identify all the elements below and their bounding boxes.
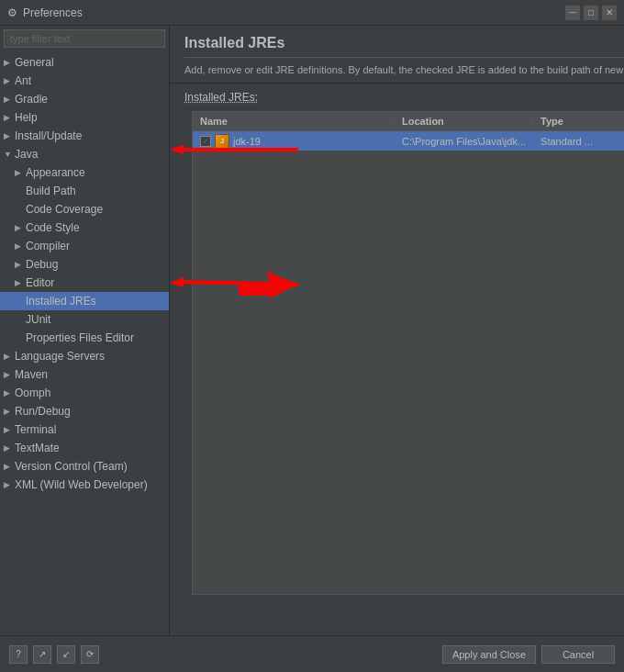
- sidebar-label-xml: XML (Wild Web Developer): [15, 478, 148, 491]
- sidebar-item-installupdaet[interactable]: ▶Install/Update: [0, 127, 169, 145]
- sidebar: ▶General▶Ant▶Gradle▶Help▶Install/Update▼…: [0, 26, 170, 635]
- panel-header: Installed JREs Add, remove or edit JRE d…: [170, 26, 624, 84]
- sidebar-item-codestyle[interactable]: ▶Code Style: [0, 218, 169, 237]
- import-icon-button[interactable]: ↙: [57, 645, 75, 664]
- jre-table-header: Name Location Type: [193, 112, 624, 131]
- sidebar-item-java[interactable]: ▼Java: [0, 145, 169, 163]
- sidebar-item-xml[interactable]: ▶XML (Wild Web Developer): [0, 476, 169, 494]
- sidebar-item-general[interactable]: ▶General: [0, 53, 169, 72]
- expand-arrow-help: ▶: [4, 113, 15, 122]
- sidebar-item-ant[interactable]: ▶Ant: [0, 72, 169, 90]
- expand-arrow-compiler: ▶: [15, 241, 26, 251]
- sidebar-item-languageservers[interactable]: ▶Language Servers: [0, 347, 169, 365]
- panel-title: Installed JREs: [184, 35, 624, 58]
- sidebar-item-oomph[interactable]: ▶Oomph: [0, 384, 169, 402]
- expand-arrow-appearance: ▶: [15, 168, 26, 177]
- jre-name-text: jdk-19: [233, 136, 261, 147]
- link-icon-button[interactable]: ⟳: [81, 645, 99, 664]
- export-icon-button[interactable]: ↗: [33, 645, 51, 664]
- expand-arrow-oomph: ▶: [4, 388, 15, 398]
- sidebar-label-maven: Maven: [15, 368, 48, 381]
- sidebar-label-oomph: Oomph: [15, 386, 50, 399]
- window-controls: ─ □ ✕: [565, 6, 617, 20]
- sidebar-label-java: Java: [15, 148, 38, 161]
- expand-arrow-editor: ▶: [15, 278, 26, 287]
- jre-type-cell: Standard ...: [533, 134, 624, 149]
- sidebar-label-rundebug: Run/Debug: [15, 405, 71, 418]
- export-icon: ↗: [39, 649, 46, 659]
- bottom-right-controls: Apply and Close Cancel: [442, 645, 615, 664]
- sidebar-label-general: General: [15, 56, 54, 69]
- panel-description: Add, remove or edit JRE definitions. By …: [184, 63, 624, 77]
- title-bar-left: ⚙ Preferences: [7, 6, 83, 19]
- sidebar-label-editor: Editor: [26, 276, 54, 289]
- sidebar-item-compiler[interactable]: ▶Compiler: [0, 237, 169, 255]
- filter-input[interactable]: [4, 29, 165, 48]
- apply-and-close-button[interactable]: Apply and Close: [442, 645, 536, 664]
- sidebar-item-rundebug[interactable]: ▶Run/Debug: [0, 402, 169, 420]
- bottom-left-controls: ? ↗ ↙ ⟳: [9, 645, 99, 664]
- sidebar-item-gradle[interactable]: ▶Gradle: [0, 90, 169, 108]
- col-header-location[interactable]: Location: [395, 112, 533, 130]
- sidebar-item-junit[interactable]: JUnit: [0, 310, 169, 329]
- expand-arrow-ant: ▶: [4, 76, 15, 85]
- minimize-button[interactable]: ─: [565, 6, 580, 20]
- jre-row[interactable]: Jjdk-19C:\Program Files\Java\jdk...Stand…: [193, 131, 624, 151]
- sidebar-item-propertiesfileeditor[interactable]: Properties Files Editor: [0, 329, 169, 347]
- window-title: Preferences: [23, 6, 83, 19]
- sidebar-item-codecoverage[interactable]: Code Coverage: [0, 200, 169, 218]
- tree-area: ▶General▶Ant▶Gradle▶Help▶Install/Update▼…: [0, 51, 169, 635]
- sidebar-item-versioncontrol[interactable]: ▶Version Control (Team): [0, 457, 169, 476]
- expand-arrow-terminal: ▶: [4, 425, 15, 434]
- col-header-name[interactable]: Name: [193, 112, 395, 130]
- sidebar-item-installedjres[interactable]: Installed JREs: [0, 292, 169, 310]
- panel-with-buttons: Name Location Type Jjdk-19C:\Program Fil…: [177, 107, 624, 606]
- maximize-button[interactable]: □: [584, 6, 598, 20]
- sidebar-label-help: Help: [15, 111, 38, 124]
- link-icon: ⟳: [86, 649, 94, 659]
- sidebar-item-debug[interactable]: ▶Debug: [0, 255, 169, 274]
- expand-arrow-general: ▶: [4, 58, 15, 67]
- expand-arrow-languageservers: ▶: [4, 352, 15, 361]
- sidebar-label-codestyle: Code Style: [26, 221, 80, 234]
- main-container: ▶General▶Ant▶Gradle▶Help▶Install/Update▼…: [0, 26, 624, 672]
- right-panel: Installed JREs Add, remove or edit JRE d…: [170, 26, 624, 635]
- apply-row: Apply: [170, 606, 624, 635]
- sidebar-label-codecoverage: Code Coverage: [26, 203, 103, 216]
- expand-arrow-gradle: ▶: [4, 95, 15, 104]
- app-icon: ⚙: [7, 6, 17, 19]
- sidebar-label-textmate: TextMate: [15, 442, 60, 454]
- sidebar-item-maven[interactable]: ▶Maven: [0, 365, 169, 384]
- close-button[interactable]: ✕: [602, 6, 617, 20]
- cancel-button[interactable]: Cancel: [541, 645, 615, 664]
- expand-arrow-versioncontrol: ▶: [4, 462, 15, 471]
- jre-name-cell: Jjdk-19: [193, 132, 395, 151]
- bottom-bar: ? ↗ ↙ ⟳ Apply and Close Cancel: [0, 635, 624, 672]
- sidebar-label-debug: Debug: [26, 258, 58, 271]
- sidebar-item-appearance[interactable]: ▶Appearance: [0, 163, 169, 182]
- sidebar-item-editor[interactable]: ▶Editor: [0, 274, 169, 292]
- jre-table-body: Jjdk-19C:\Program Files\Java\jdk...Stand…: [193, 131, 624, 594]
- sidebar-item-textmate[interactable]: ▶TextMate: [0, 439, 169, 457]
- sidebar-label-gradle: Gradle: [15, 93, 48, 106]
- sidebar-label-propertiesfileeditor: Properties Files Editor: [26, 331, 134, 344]
- sidebar-label-terminal: Terminal: [15, 423, 56, 436]
- sidebar-item-terminal[interactable]: ▶Terminal: [0, 420, 169, 439]
- sidebar-item-buildpath[interactable]: Build Path: [0, 182, 169, 200]
- sidebar-label-compiler: Compiler: [26, 240, 70, 252]
- expand-arrow-xml: ▶: [4, 480, 15, 489]
- sidebar-item-help[interactable]: ▶Help: [0, 108, 169, 127]
- sidebar-label-buildpath: Build Path: [26, 185, 76, 197]
- expand-arrow-installupdaet: ▶: [4, 131, 15, 140]
- jre-checkbox[interactable]: [200, 136, 211, 147]
- help-icon: ?: [16, 649, 21, 659]
- sidebar-label-versioncontrol: Version Control (Team): [15, 460, 128, 473]
- sidebar-label-languageservers: Language Servers: [15, 350, 105, 363]
- content-area: ▶General▶Ant▶Gradle▶Help▶Install/Update▼…: [0, 26, 624, 635]
- expand-arrow-debug: ▶: [15, 260, 26, 269]
- sidebar-label-installupdaet: Install/Update: [15, 129, 82, 142]
- import-icon: ↙: [62, 649, 70, 659]
- col-header-type[interactable]: Type: [533, 112, 624, 130]
- help-icon-button[interactable]: ?: [9, 645, 28, 664]
- expand-arrow-rundebug: ▶: [4, 407, 15, 416]
